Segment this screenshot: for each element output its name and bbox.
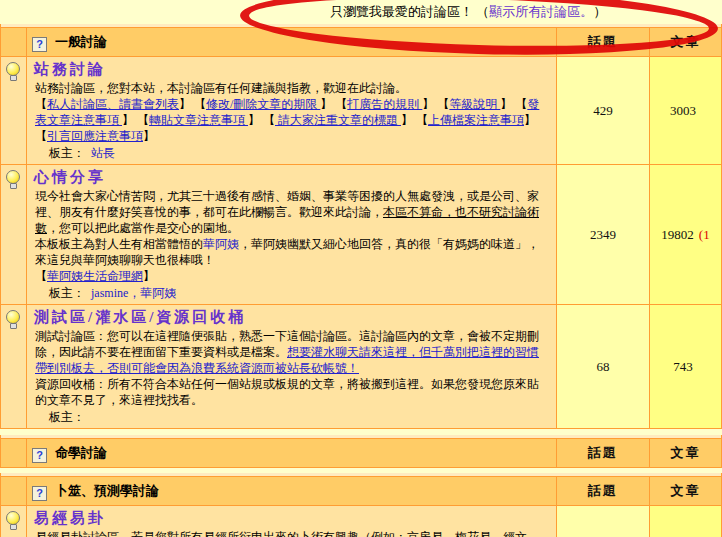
bracket-link[interactable]: 修改/刪除文章的期限 xyxy=(206,97,320,111)
topics-count: 68 xyxy=(557,305,650,428)
new-articles-indicator: (1 xyxy=(699,227,710,243)
bracket: 【 xyxy=(335,97,347,111)
bracket: 】 xyxy=(179,97,191,111)
bracket-link[interactable]: 請大家注重文章的標題 xyxy=(275,113,401,127)
bracket: 【 xyxy=(137,113,149,127)
lightbulb-icon xyxy=(6,511,21,530)
bracket: 】 xyxy=(122,113,134,127)
forum-row-site-discussion: 站務討論 站務討論區，您對本站，本討論區有任何建議與指教，歡迎在此討論。 【私人… xyxy=(1,56,721,164)
notice-text: 只瀏覽我最愛的討論區！ xyxy=(330,4,473,19)
forum-info-cell: 易經易卦 易經易卦討論區，若是您對所有易經所衍申出來的卜術有興趣（例如：京房易，… xyxy=(27,506,557,537)
bracket: 【 xyxy=(437,97,449,111)
section-header-row: ?一般討論 話題 文章 xyxy=(1,27,721,56)
bracket: 【 xyxy=(35,269,47,283)
forum-info-cell: 測試區/灌水區/資源回收桶 測試討論區：您可以在這裡隨便張貼，熟悉一下這個討論區… xyxy=(27,305,557,428)
bracket-link[interactable]: 私人討論區、讀書會列表 xyxy=(47,97,179,111)
bracket: 【 xyxy=(194,97,206,111)
bracket-link[interactable]: 打廣告的規則 xyxy=(347,97,422,111)
lightbulb-icon xyxy=(6,62,21,81)
articles-column-header: 文章 xyxy=(650,28,721,56)
articles-column-header: 文章 xyxy=(650,477,721,505)
section-title-cell: ?一般討論 xyxy=(27,28,557,56)
paren-open: （ xyxy=(476,4,489,19)
forum-table-fate-study: ?命學討論 話題 文章 xyxy=(0,435,722,468)
forum-row-iching: 易經易卦 易經易卦討論區，若是您對所有易經所衍申出來的卜術有興趣（例如：京房易，… xyxy=(1,505,721,537)
forum-site-links: 【華阿姨生活命理網】 xyxy=(35,269,155,283)
section-title: 卜筮、預測學討論 xyxy=(55,483,159,498)
bracket-link[interactable]: 上傳檔案注意事項 xyxy=(428,113,524,127)
forum-title-link[interactable]: 易經易卦 xyxy=(34,509,106,528)
header-icon-cell xyxy=(1,477,27,505)
forum-info-cell: 心情分享 現今社會大家心情苦悶，尤其三十過後有感情、婚姻、事業等困擾的人無處發洩… xyxy=(27,165,557,304)
articles-count: 19802(1 xyxy=(650,165,721,304)
topics-count: 2349 xyxy=(557,165,650,304)
bracket: 】 xyxy=(500,97,512,111)
forum-title-link[interactable]: 測試區/灌水區/資源回收桶 xyxy=(34,308,246,327)
topics-count: 6068 xyxy=(557,506,650,537)
section-header-row: ?卜筮、預測學討論 話題 文章 xyxy=(1,476,721,505)
bracket: 】 xyxy=(248,113,260,127)
bracket: 【 xyxy=(263,113,275,127)
forum-title-link[interactable]: 心情分享 xyxy=(34,168,106,187)
topics-column-header: 話題 xyxy=(557,477,650,505)
favorite-forums-notice: 只瀏覽我最愛的討論區！ （顯示所有討論區。） xyxy=(330,3,606,21)
paren-close: ） xyxy=(593,4,606,19)
section-title: 命學討論 xyxy=(55,445,107,460)
desc-text: 資源回收桶：所有不符合本站任何一個站規或板規的文章，將被搬到這裡。如果您發現您原… xyxy=(35,377,539,407)
help-icon[interactable]: ? xyxy=(32,448,47,463)
section-title-cell: ?命學討論 xyxy=(27,439,557,467)
moderator-label: 板主： xyxy=(49,146,85,160)
topics-column-header: 話題 xyxy=(557,439,650,467)
moderator-link[interactable]: 站長 xyxy=(91,146,115,160)
articles-count: 743 xyxy=(650,305,721,428)
desc-text: ，您可以把此處當作是交心的園地。 xyxy=(47,221,239,235)
bracket: 】 xyxy=(143,129,155,143)
moderator-label: 板主： xyxy=(49,286,85,300)
forum-rule-links: 【私人討論區、讀書會列表】 【修改/刪除文章的期限 】 【打廣告的規則 】 【等… xyxy=(35,97,539,143)
bracket-link[interactable]: 引言回應注意事項 xyxy=(47,129,143,143)
bracket: 【 xyxy=(515,97,527,111)
bracket: 】 xyxy=(401,113,413,127)
forum-description: 站務討論區，您對本站，本討論區有任何建議與指教，歡迎在此討論。 【私人討論區、讀… xyxy=(33,80,550,144)
forum-description: 測試討論區：您可以在這裡隨便張貼，熟悉一下這個討論區。這討論區內的文章，會被不定… xyxy=(33,328,550,408)
forum-title-link[interactable]: 站務討論 xyxy=(34,60,106,79)
forum-info-cell: 站務討論 站務討論區，您對本站，本討論區有任何建議與指教，歡迎在此討論。 【私人… xyxy=(27,57,557,164)
bracket: 】 xyxy=(524,113,536,127)
forum-table-divination: ?卜筮、預測學討論 話題 文章 易經易卦 易經易卦討論區，若是您對所有易經所衍申… xyxy=(0,473,722,537)
bracket: 】 xyxy=(320,97,332,111)
forum-status-cell xyxy=(1,57,27,164)
forum-description: 易經易卦討論區，若是您對所有易經所衍申出來的卜術有興趣（例如：京房易，梅花易，經… xyxy=(33,529,550,537)
forum-status-cell xyxy=(1,165,27,304)
forum-table-general: ?一般討論 話題 文章 站務討論 站務討論區，您對本站，本討論區有任何建議與指教… xyxy=(0,24,722,429)
topics-count: 429 xyxy=(557,57,650,164)
moderator-label: 板主： xyxy=(49,410,85,424)
bracket: 【 xyxy=(35,97,47,111)
inline-link[interactable]: 華阿姨 xyxy=(203,237,239,251)
header-icon-cell xyxy=(1,439,27,467)
help-icon[interactable]: ? xyxy=(32,486,47,501)
forum-status-cell xyxy=(1,506,27,537)
bracket: 】 xyxy=(422,97,434,111)
forum-row-mood-sharing: 心情分享 現今社會大家心情苦悶，尤其三十過後有感情、婚姻、事業等困擾的人無處發洩… xyxy=(1,164,721,304)
help-icon[interactable]: ? xyxy=(32,37,47,52)
header-icon-cell xyxy=(1,28,27,56)
moderator-line: 板主：站長 xyxy=(33,145,550,161)
bracket: 【 xyxy=(416,113,428,127)
section-header-row: ?命學討論 話題 文章 xyxy=(1,438,721,467)
lightbulb-icon xyxy=(6,170,21,189)
bracket-link[interactable]: 華阿姨生活命理網 xyxy=(47,269,143,283)
topics-column-header: 話題 xyxy=(557,28,650,56)
bracket: 【 xyxy=(35,129,47,143)
articles-column-header: 文章 xyxy=(650,439,721,467)
moderator-line: 板主： xyxy=(33,409,550,425)
section-title: 一般討論 xyxy=(55,34,107,49)
forum-status-cell xyxy=(1,305,27,428)
forum-row-test-area: 測試區/灌水區/資源回收桶 測試討論區：您可以在這裡隨便張貼，熟悉一下這個討論區… xyxy=(1,304,721,428)
bracket-link[interactable]: 轉貼文章注意事項 xyxy=(149,113,248,127)
bracket: 】 xyxy=(143,269,155,283)
moderator-line: 板主：jasmine，華阿姨 xyxy=(33,285,550,301)
bracket-link[interactable]: 等級說明 xyxy=(449,97,500,111)
moderator-link[interactable]: jasmine，華阿姨 xyxy=(91,286,176,300)
show-all-forums-link[interactable]: 顯示所有討論區。 xyxy=(489,4,593,19)
section-title-cell: ?卜筮、預測學討論 xyxy=(27,477,557,505)
